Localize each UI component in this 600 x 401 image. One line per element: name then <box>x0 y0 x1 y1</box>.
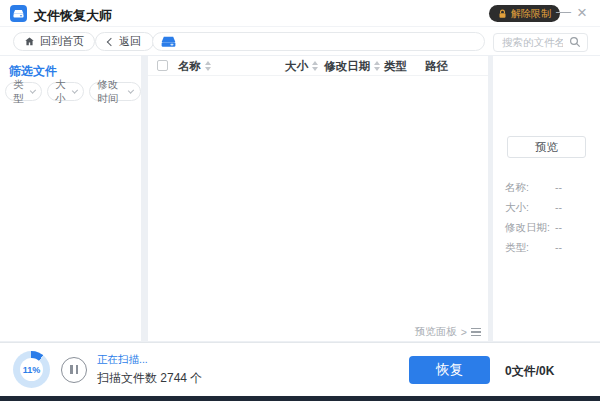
column-header-size[interactable]: 大小 <box>285 56 318 76</box>
column-header-type: 类型 <box>384 56 407 76</box>
drive-tab-icon <box>161 34 176 49</box>
field-label: 类型: <box>505 241 555 255</box>
field-label: 名称: <box>505 181 555 195</box>
home-icon <box>24 36 35 47</box>
filter-sidebar: 筛选文件 类型 大小 修改时间 <box>0 56 141 341</box>
pause-button[interactable] <box>61 357 87 383</box>
table-header: 名称 大小 修改日期 类型 路径 <box>148 56 488 76</box>
preview-panel-label: 预览面板 <box>415 325 457 339</box>
preview-sidebar: 预览 名称: -- 大小: -- 修改日期: -- 类型: -- <box>493 56 600 341</box>
selected-summary: 0文件/0K <box>505 363 554 380</box>
scanning-status: 正在扫描... <box>97 353 202 367</box>
back-button[interactable]: 返回 <box>95 32 154 51</box>
filter-size-dropdown[interactable]: 大小 <box>47 82 84 101</box>
unlock-button[interactable]: 解除限制 <box>489 5 560 22</box>
app-window: 文件恢复大师 解除限制 — × 回到首页 返回 <box>0 0 600 401</box>
sort-icon <box>374 61 380 71</box>
chevron-right-icon: > <box>461 326 467 338</box>
field-value: -- <box>555 221 562 235</box>
chevron-left-icon <box>107 38 115 46</box>
chevron-down-icon <box>128 87 134 93</box>
search-icon[interactable] <box>569 36 581 48</box>
drive-tab[interactable] <box>152 32 485 51</box>
filter-row: 类型 大小 修改时间 <box>5 82 141 101</box>
column-type-label: 类型 <box>384 59 407 74</box>
filter-size-label: 大小 <box>55 78 69 106</box>
chevron-down-icon <box>71 87 77 93</box>
select-all-checkbox[interactable] <box>157 60 168 71</box>
filter-mtime-label: 修改时间 <box>97 78 125 106</box>
minimize-button[interactable]: — <box>556 1 571 21</box>
drive-icon <box>13 8 24 19</box>
preview-field-date: 修改日期: -- <box>505 221 562 235</box>
field-label: 修改日期: <box>505 221 555 235</box>
filter-type-label: 类型 <box>13 78 27 106</box>
preview-field-size: 大小: -- <box>505 201 562 215</box>
sort-icon <box>312 61 318 71</box>
progress-percent: 11% <box>13 351 50 388</box>
field-value: -- <box>555 181 562 195</box>
recover-button[interactable]: 恢复 <box>409 356 490 384</box>
search-box <box>493 32 588 51</box>
window-bottom-strip <box>0 396 600 401</box>
preview-panel-toggle[interactable]: 预览面板 > <box>148 323 488 341</box>
column-date-label: 修改日期 <box>324 59 370 74</box>
table-body <box>148 76 488 323</box>
close-button[interactable]: × <box>577 3 587 23</box>
app-logo <box>10 5 27 22</box>
scan-info: 正在扫描... 扫描文件数 2744 个 <box>97 353 202 387</box>
column-header-name[interactable]: 名称 <box>178 56 211 76</box>
pause-icon <box>70 365 73 374</box>
chevron-down-icon <box>29 87 35 93</box>
toolbar: 回到首页 返回 <box>0 27 600 55</box>
scan-count: 扫描文件数 2744 个 <box>97 370 202 387</box>
column-path-label: 路径 <box>425 59 448 74</box>
sort-icon <box>205 61 211 71</box>
preview-field-type: 类型: -- <box>505 241 562 255</box>
column-header-path: 路径 <box>425 56 448 76</box>
progress-donut: 11% <box>13 351 50 388</box>
field-value: -- <box>555 241 562 255</box>
app-title: 文件恢复大师 <box>34 7 112 25</box>
pause-icon <box>76 365 79 374</box>
home-button[interactable]: 回到首页 <box>13 32 95 51</box>
preview-button[interactable]: 预览 <box>507 136 586 158</box>
status-bar: 11% 正在扫描... 扫描文件数 2744 个 恢复 0文件/0K <box>0 342 600 396</box>
home-button-label: 回到首页 <box>40 34 84 49</box>
column-name-label: 名称 <box>178 59 201 74</box>
file-table: 名称 大小 修改日期 类型 路径 预览面板 > <box>148 56 488 341</box>
unlock-button-label: 解除限制 <box>511 7 551 21</box>
field-label: 大小: <box>505 201 555 215</box>
title-bar: 文件恢复大师 解除限制 — × <box>0 0 600 27</box>
filter-mtime-dropdown[interactable]: 修改时间 <box>89 82 141 101</box>
hamburger-icon <box>471 328 481 337</box>
field-value: -- <box>555 201 562 215</box>
filter-type-dropdown[interactable]: 类型 <box>5 82 42 101</box>
lock-icon <box>498 9 507 19</box>
preview-field-name: 名称: -- <box>505 181 562 195</box>
column-size-label: 大小 <box>285 59 308 74</box>
back-button-label: 返回 <box>119 34 141 49</box>
column-header-date[interactable]: 修改日期 <box>324 56 380 76</box>
